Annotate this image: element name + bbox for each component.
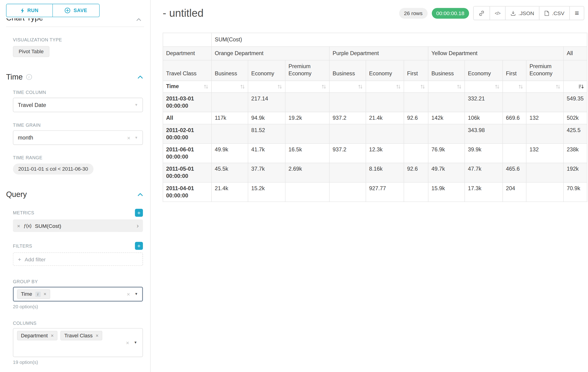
- pivot-value-cell: 132: [526, 112, 563, 124]
- pivot-value-cell: 343.98: [465, 124, 503, 143]
- sort-icon[interactable]: [556, 85, 560, 89]
- pivot-value-cell: [404, 182, 428, 202]
- save-button[interactable]: SAVE: [53, 4, 99, 17]
- sort-icon[interactable]: [396, 85, 401, 89]
- chart-type-section-clipped: Chart Type: [6, 18, 144, 23]
- add-filter-button[interactable]: + Add filter: [13, 253, 143, 266]
- pivot-value-cell: 45.5k: [211, 163, 248, 182]
- sort-icon[interactable]: [358, 85, 363, 89]
- link-icon: [478, 10, 484, 16]
- pivot-row: 2011-05-01 00:00:0045.5k37.7k2.69k8.16k9…: [163, 163, 587, 182]
- pivot-leaf-header: First: [404, 60, 428, 81]
- clear-icon[interactable]: ×: [127, 291, 130, 297]
- pivot-row-header: 2011-03-01 00:00:00: [163, 93, 211, 112]
- remove-tag-icon[interactable]: ×: [51, 333, 53, 339]
- sort-icon[interactable]: [518, 85, 523, 89]
- remove-tag-icon[interactable]: ×: [43, 291, 46, 297]
- pivot-leaf-header: Economy: [248, 60, 285, 81]
- time-grain-select[interactable]: month × ▼: [13, 130, 143, 145]
- pivot-column-sort-header[interactable]: [503, 81, 526, 93]
- clear-icon[interactable]: ×: [126, 340, 129, 345]
- time-section-header[interactable]: Time i: [6, 73, 143, 81]
- columns-tag-label: Travel Class: [64, 333, 93, 339]
- time-range-value[interactable]: 2011-01-01 ≤ col < 2011-06-30: [13, 163, 94, 174]
- control-panel: RUN SAVE Chart Type VISUALIZATION TYPE P…: [0, 0, 151, 372]
- pivot-row: All117k94.9k19.2k937.221.4k92.6142k106k6…: [163, 112, 587, 124]
- pivot-table: SUM(Cost)DepartmentOrange DepartmentPurp…: [163, 33, 587, 202]
- pivot-value-cell: 41.7k: [248, 143, 285, 163]
- pivot-value-cell: 669.6: [503, 112, 526, 124]
- pivot-value-cell: 217.14: [248, 93, 285, 112]
- visualization-type-value[interactable]: Pivot Table: [13, 46, 50, 57]
- chart-menu-button[interactable]: ≡: [569, 7, 584, 20]
- export-json-label: .JSON: [518, 10, 534, 16]
- pivot-value-cell: 12.3k: [366, 143, 404, 163]
- share-link-button[interactable]: [473, 7, 489, 20]
- sort-desc-icon[interactable]: [578, 85, 584, 89]
- export-csv-button[interactable]: .CSV: [539, 7, 569, 20]
- pivot-column-sort-header[interactable]: [329, 81, 366, 93]
- group-by-label: GROUP BY: [13, 279, 143, 284]
- pivot-value-cell: 927.77: [366, 182, 404, 202]
- pivot-group-header: All: [564, 46, 587, 60]
- sort-icon[interactable]: [420, 85, 425, 89]
- pivot-column-sort-header[interactable]: [366, 81, 404, 93]
- sort-icon[interactable]: [204, 84, 209, 89]
- caret-down-icon: ▼: [135, 292, 138, 296]
- columns-tag-label: Department: [21, 333, 48, 339]
- time-column-select[interactable]: Travel Date ▼: [13, 98, 143, 112]
- pivot-column-sort-header[interactable]: [211, 81, 248, 93]
- pivot-value-cell: [526, 182, 563, 202]
- sort-icon[interactable]: [277, 85, 282, 89]
- sort-icon[interactable]: [240, 85, 245, 89]
- pivot-row-dimension-header[interactable]: Time: [163, 81, 211, 93]
- pivot-column-sort-header[interactable]: [526, 81, 563, 93]
- columns-select[interactable]: Department × Travel Class × × ▼: [13, 328, 143, 357]
- group-by-options-hint: 20 option(s): [13, 304, 143, 309]
- pivot-value-cell: [329, 163, 366, 182]
- pivot-row: 2011-04-01 00:00:0021.4k15.2k927.7715.9k…: [163, 182, 587, 202]
- pivot-value-cell: [503, 143, 526, 163]
- pivot-value-cell: [526, 93, 563, 112]
- collapse-chevron-icon[interactable]: [137, 75, 143, 79]
- pivot-value-cell: 15.9k: [428, 182, 465, 202]
- run-button[interactable]: RUN: [7, 4, 53, 17]
- sort-icon[interactable]: [457, 85, 462, 89]
- pivot-value-cell: [404, 93, 428, 112]
- add-metric-button[interactable]: +: [135, 209, 143, 217]
- query-section-header[interactable]: Query: [6, 190, 143, 199]
- pivot-row: 2011-02-01 00:00:0081.52343.98425.5: [163, 124, 587, 143]
- view-query-button[interactable]: </>: [489, 7, 505, 20]
- pivot-value-cell: 117k: [211, 112, 248, 124]
- sort-icon[interactable]: [322, 85, 326, 89]
- export-toolbar: </> .JSON .CSV ≡: [473, 6, 584, 20]
- group-by-select[interactable]: Time i × × ▼: [13, 287, 143, 302]
- add-filter-plus-button[interactable]: +: [135, 242, 143, 250]
- plus-circle-icon: [65, 8, 71, 13]
- pivot-value-cell: [366, 93, 404, 112]
- collapse-chevron-icon[interactable]: [137, 193, 143, 196]
- hamburger-menu-icon: ≡: [575, 10, 579, 17]
- pivot-value-cell: 142k: [428, 112, 465, 124]
- pivot-column-sort-header[interactable]: [564, 81, 587, 93]
- expand-chevron-icon[interactable]: ›: [137, 223, 139, 229]
- time-section-title: Time: [6, 73, 22, 81]
- pivot-column-sort-header[interactable]: [248, 81, 285, 93]
- pivot-leaf-header: Business: [428, 60, 465, 81]
- export-json-button[interactable]: .JSON: [505, 7, 539, 20]
- pivot-column-sort-header[interactable]: [428, 81, 465, 93]
- pivot-column-sort-header[interactable]: [465, 81, 503, 93]
- clear-icon[interactable]: ×: [127, 135, 130, 141]
- group-by-tag: Time i ×: [17, 289, 50, 299]
- pivot-column-sort-header[interactable]: [285, 81, 329, 93]
- metric-item[interactable]: × ƒ(x) SUM(Cost) ›: [13, 220, 143, 232]
- pivot-leaf-header: Premium Economy: [526, 60, 563, 81]
- sort-icon[interactable]: [495, 85, 499, 89]
- remove-tag-icon[interactable]: ×: [96, 333, 99, 339]
- pivot-value-cell: [404, 143, 428, 163]
- remove-metric-icon[interactable]: ×: [17, 223, 20, 229]
- info-badge-icon: i: [35, 292, 41, 297]
- info-icon: i: [26, 74, 32, 80]
- pivot-value-cell: [428, 124, 465, 143]
- pivot-column-sort-header[interactable]: [404, 81, 428, 93]
